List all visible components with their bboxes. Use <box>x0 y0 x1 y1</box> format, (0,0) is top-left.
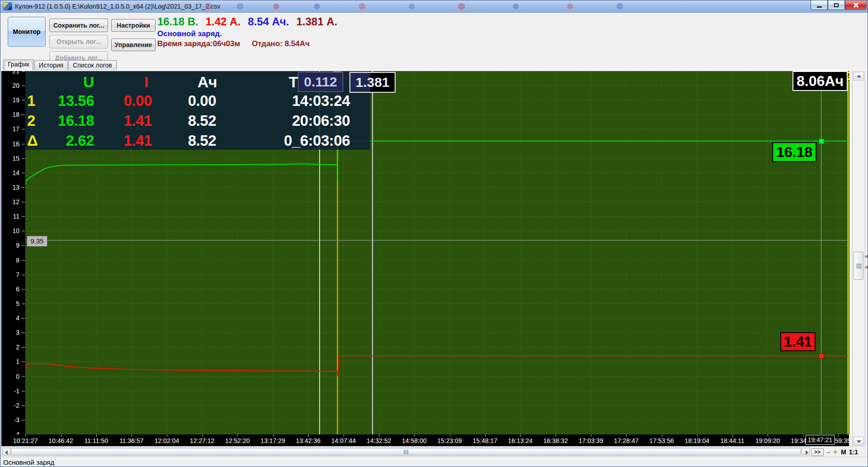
y-tick-mark <box>22 376 25 377</box>
arrow-down-icon <box>857 440 861 443</box>
y-tick-label: 7 <box>1 271 19 278</box>
x-tick-mark <box>662 434 662 437</box>
x-tick-label: 10:46:42 <box>42 437 80 444</box>
tab-график[interactable]: График <box>3 59 34 70</box>
chevron-left-icon[interactable]: < <box>864 251 868 262</box>
y-tick-label: 10 <box>1 227 19 234</box>
legend-cell-t: 14:03:24 <box>25 92 350 110</box>
y-tick-mark <box>22 144 25 144</box>
y-tick-mark <box>22 333 25 333</box>
close-icon <box>853 2 859 8</box>
zoom-controls: >> − + M 1:1 <box>811 448 858 456</box>
y-tick-mark <box>22 129 25 129</box>
x-tick-label: 13:42:36 <box>289 437 327 444</box>
readout-panel: 16.18 В.1.42 А.8.54 Ач.1.381 А. Основной… <box>157 15 344 48</box>
x-tick-mark <box>237 434 238 437</box>
titlebar[interactable]: Кулон-912 (1.0.5.0) E:\Kulon912_1.0.5.0_… <box>0 0 868 13</box>
chevron-left-icon[interactable]: < <box>864 262 868 273</box>
legend-header-t: T <box>25 73 298 91</box>
y-tick-label: 5 <box>1 300 19 307</box>
y-tick-mark <box>22 275 25 275</box>
fit-view-button[interactable]: >> <box>811 448 824 456</box>
window-title: Кулон-912 (1.0.5.0) E:\Kulon912_1.0.5.0_… <box>15 3 220 10</box>
vertical-scrollbar[interactable] <box>852 71 865 446</box>
y-tick-label: 19 <box>1 96 19 104</box>
x-tick-mark <box>697 434 698 437</box>
y-tick-label: -1 <box>1 387 19 395</box>
y-tick-label: -3 <box>1 416 19 424</box>
window-controls <box>811 0 867 10</box>
y-tick-mark <box>22 158 25 159</box>
x-tick-label: 14:32:52 <box>360 437 398 444</box>
x-tick-label: 16:13:24 <box>501 437 539 444</box>
y-tick-mark <box>22 318 25 319</box>
y-tick-label: 6 <box>1 286 19 293</box>
y-tick-mark <box>22 391 25 391</box>
scale-ratio-label: 1:1 <box>849 448 858 456</box>
scroll-up-button[interactable] <box>853 72 864 81</box>
x-tick-mark <box>838 434 839 437</box>
x-tick-label: 11:36:57 <box>113 437 151 444</box>
y-tick-mark <box>22 71 25 71</box>
x-tick-label: 17:03:39 <box>572 437 610 444</box>
x-tick-mark <box>414 434 415 437</box>
y-tick-label: 4 <box>1 315 19 322</box>
log-button-1: Открыть лог... <box>49 35 108 48</box>
grip-icon <box>404 450 408 454</box>
y-tick-mark <box>22 289 25 290</box>
x-tick-mark <box>273 434 274 437</box>
x-tick-mark <box>485 434 486 437</box>
x-tick-label: 13:17:29 <box>254 437 292 444</box>
x-tick-label: 15:48:17 <box>466 437 504 444</box>
y-tick-label: 14 <box>1 169 19 176</box>
maximize-button[interactable] <box>828 0 845 10</box>
x-tick-label: 18:19:04 <box>678 437 716 444</box>
y-tick-label: 1 <box>1 358 19 365</box>
close-button[interactable] <box>845 0 867 10</box>
voltage-cursor-label: 16.18 <box>772 142 816 162</box>
x-tick-label: 14:07:44 <box>325 437 363 444</box>
monitor-button[interactable]: Монитор <box>8 17 46 47</box>
scroll-left-button[interactable] <box>2 448 10 455</box>
y-tick-label: 9 <box>1 242 19 249</box>
zoom-in-button[interactable]: + <box>833 448 837 456</box>
panel-collapse-buttons[interactable]: < < <box>864 251 868 278</box>
minimize-icon <box>817 6 822 8</box>
tab-история[interactable]: История <box>34 60 68 70</box>
y-tick-label: 0 <box>1 373 19 380</box>
scroll-down-button[interactable] <box>853 437 864 445</box>
x-tick-mark <box>556 434 556 437</box>
horizontal-scrollbar[interactable] <box>1 447 810 456</box>
minimize-button[interactable] <box>811 0 828 10</box>
zoom-out-button[interactable]: − <box>826 448 830 456</box>
chart-area: 2120191817161514131211109876543210-1-2-3… <box>0 70 868 457</box>
statusbar: Основной заряд <box>0 457 868 467</box>
log-button-0[interactable]: Сохранить лог... <box>49 19 108 32</box>
horizontal-scroll-thumb[interactable] <box>11 448 801 455</box>
readout-value-2: 8.54 Ач. <box>248 15 289 28</box>
x-tick-label: 16:38:32 <box>537 437 575 444</box>
grip-icon <box>856 264 862 268</box>
plot-canvas[interactable]: UIАчT113.560.000.0014:03:24216.181.418.5… <box>25 71 849 434</box>
x-tick-mark <box>308 434 309 437</box>
x-axis: 19:47:21 10:21:2710:46:4211:11:5011:36:5… <box>1 434 849 446</box>
tab-список-логов[interactable]: Список логов <box>68 60 117 70</box>
x-tick-label: 15:23:09 <box>431 437 469 444</box>
readout-value-0: 16.18 В. <box>157 15 198 28</box>
vertical-scroll-thumb[interactable] <box>854 252 863 280</box>
y-tick-mark <box>22 260 25 261</box>
x-tick-mark <box>25 434 26 437</box>
y-tick-mark <box>22 231 25 231</box>
y-tick-label: -2 <box>1 402 19 409</box>
y-tick-mark <box>22 405 25 406</box>
x-tick-mark <box>732 434 733 437</box>
action-button-1[interactable]: Управление <box>111 38 156 51</box>
readout-value-1: 1.42 А. <box>206 15 241 28</box>
y-tick-label: 2 <box>1 343 19 351</box>
scroll-right-button[interactable] <box>802 448 810 455</box>
scale-mode-label: M <box>841 448 846 456</box>
cursor-t-value-box: 0.112 <box>298 72 343 92</box>
readout-value-3: 1.381 А. <box>296 15 337 28</box>
action-button-0[interactable]: Настройки <box>111 19 156 32</box>
x-tick-label: 10:21:27 <box>6 437 44 444</box>
